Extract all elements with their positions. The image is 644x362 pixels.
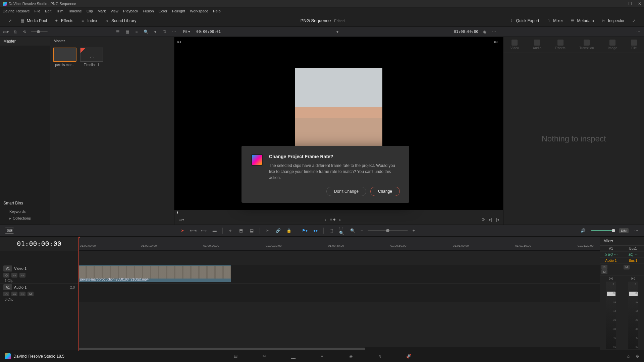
next-page-icon[interactable]: ▸: [339, 218, 341, 222]
goto-last-icon[interactable]: ⏭: [494, 40, 500, 44]
mixer-button[interactable]: ⎍Mixer: [542, 17, 566, 25]
menu-fairlight[interactable]: Fairlight: [172, 9, 185, 13]
mute-button[interactable]: M: [28, 292, 34, 296]
thumbnail-size-slider[interactable]: [31, 31, 48, 32]
marker-icon[interactable]: ●▾: [313, 228, 319, 234]
video-track[interactable]: pexels-mart-production-9558198 (2160p).m…: [78, 265, 600, 284]
loop-icon[interactable]: ⟳: [482, 217, 485, 222]
tab-audio[interactable]: Audio: [533, 40, 541, 50]
expand-right-button[interactable]: ⤢: [628, 17, 640, 25]
options-icon[interactable]: ⋯: [171, 29, 177, 35]
view-list-icon[interactable]: ≡: [133, 29, 140, 35]
menu-file[interactable]: File: [35, 9, 41, 13]
tab-effects[interactable]: Effects: [555, 40, 565, 50]
search-icon[interactable]: 🔍: [143, 29, 149, 35]
eq-bus1[interactable]: EQ ⬿: [622, 252, 644, 257]
source-timecode[interactable]: 00:00:00:01: [196, 29, 221, 34]
mark-in-icon[interactable]: ▭▾: [178, 217, 184, 222]
fader-track[interactable]: 0-5-10-15-20-30-40-50: [628, 282, 638, 349]
fader-a1[interactable]: 0.0 0-5-10-15-20-30-40-50: [600, 276, 622, 351]
insert-icon[interactable]: ⎆: [227, 228, 233, 234]
edit-page-icon[interactable]: ⎯⎯: [289, 353, 298, 360]
zoom-in-icon[interactable]: +: [413, 228, 415, 233]
mixer-solo-a1[interactable]: S: [601, 265, 607, 269]
keywords-bin[interactable]: Keywords: [3, 208, 47, 215]
menu-playback[interactable]: Playback: [123, 9, 138, 13]
zoom-out-icon[interactable]: −: [361, 228, 363, 233]
zoom-slider[interactable]: [368, 230, 408, 231]
expand-button[interactable]: ⤢: [4, 17, 16, 25]
snap-icon[interactable]: ⬚: [328, 228, 334, 234]
trim-tool-icon[interactable]: ⇤⇥: [190, 228, 196, 234]
effects-button[interactable]: ✦Effects: [50, 17, 76, 25]
settings-icon[interactable]: ⚙: [636, 354, 639, 359]
cut-page-icon[interactable]: ✄: [260, 353, 269, 360]
track-lock-icon[interactable]: ▭: [11, 273, 17, 278]
minimize-button[interactable]: —: [618, 1, 622, 6]
timeline-timecode[interactable]: 01:00:00:00: [0, 237, 78, 251]
import-icon[interactable]: ⎘: [12, 29, 18, 35]
record-timecode[interactable]: 01:00:00:00: [454, 29, 478, 34]
timeline-canvas[interactable]: 01:00:00:00 01:00:10:00 01:00:20:00 01:0…: [78, 237, 600, 351]
timeline-options-icon[interactable]: ⋯: [633, 228, 639, 234]
collections-bin[interactable]: Collections: [3, 215, 47, 222]
audio-lock-icon[interactable]: ▭: [11, 292, 17, 296]
view-strip-icon[interactable]: ☰: [115, 29, 121, 35]
menu-mark[interactable]: Mark: [98, 9, 106, 13]
master-bin[interactable]: Master: [0, 37, 50, 46]
fusion-page-icon[interactable]: ✦: [318, 353, 326, 360]
menu-davinci[interactable]: DaVinci Resolve: [3, 9, 30, 13]
menu-trim[interactable]: Trim: [56, 9, 63, 13]
menu-help[interactable]: Help: [213, 9, 221, 13]
viewer-options-icon[interactable]: ⋯: [491, 29, 497, 35]
match-frame-back-icon[interactable]: |◂: [496, 217, 499, 222]
metadata-button[interactable]: ☰Metadata: [567, 17, 597, 25]
menu-view[interactable]: View: [110, 9, 118, 13]
keyboard-icon[interactable]: ⌨: [5, 228, 14, 234]
sound-library-button[interactable]: ♫Sound Library: [101, 17, 140, 25]
media-page-icon[interactable]: ▤: [231, 353, 240, 360]
breadcrumb[interactable]: Master: [50, 37, 174, 45]
blade-tool-icon[interactable]: ▬: [212, 228, 218, 234]
inspector-options-icon[interactable]: ⋯: [635, 29, 641, 35]
change-button[interactable]: Change: [370, 187, 400, 196]
deliver-page-icon[interactable]: 🚀: [404, 353, 413, 360]
eq-a1[interactable]: fx EQ ⬿: [600, 252, 622, 257]
viewer-dropdown-icon[interactable]: ▾: [336, 29, 338, 34]
goto-first-icon[interactable]: ⏮: [177, 40, 184, 44]
bin-dropdown-icon[interactable]: ▭▾: [3, 29, 9, 35]
close-button[interactable]: ✕: [638, 1, 641, 6]
audio-auto-select-icon[interactable]: ◇: [3, 292, 9, 296]
mixer-mute-bus1[interactable]: M: [624, 265, 630, 269]
timeline-item[interactable]: ▭ Timeline 1: [80, 48, 103, 67]
dynamic-trim-icon[interactable]: ⟷: [201, 228, 207, 234]
fader-bus1[interactable]: 0.0 0-5-10-15-20-30-40-50: [622, 276, 644, 351]
volume-icon[interactable]: 🔊: [580, 228, 586, 234]
tab-image[interactable]: Image: [608, 40, 617, 50]
color-page-icon[interactable]: ◉: [346, 353, 355, 360]
view-grid-icon[interactable]: ▦: [124, 29, 130, 35]
menu-fusion[interactable]: Fusion: [143, 9, 154, 13]
solo-button[interactable]: S: [19, 292, 25, 296]
prev-page-icon[interactable]: ◂: [324, 218, 326, 222]
overwrite-icon[interactable]: ⬒: [238, 228, 244, 234]
volume-slider[interactable]: [591, 230, 614, 231]
menu-workspace[interactable]: Workspace: [190, 9, 208, 13]
flag-icon[interactable]: ⚑▾: [302, 228, 308, 234]
mixer-mute-a1[interactable]: M: [601, 269, 607, 274]
home-icon[interactable]: ⌂: [627, 354, 630, 359]
timeline-ruler[interactable]: 01:00:00:00 01:00:10:00 01:00:20:00 01:0…: [78, 237, 600, 251]
video-track-badge[interactable]: V1: [3, 265, 12, 272]
inspector-button[interactable]: ✄Inspector: [597, 17, 628, 25]
match-frame-icon[interactable]: ▸|: [489, 217, 492, 222]
video-track-header[interactable]: V1 Video 1 ◇ ▭ ▭ 1 Clip: [0, 265, 78, 284]
menu-timeline[interactable]: Timeline: [68, 9, 82, 13]
zoom-fit-dropdown[interactable]: Fit ▾: [180, 29, 193, 35]
maximize-button[interactable]: ☐: [628, 1, 632, 6]
media-pool-button[interactable]: ▦Media Pool: [16, 17, 50, 25]
dim-label[interactable]: DIM: [619, 228, 629, 233]
auto-select-icon[interactable]: ◇: [3, 273, 9, 278]
selection-tool-icon[interactable]: ➤: [179, 228, 185, 234]
replace-icon[interactable]: ⬓: [249, 228, 255, 234]
dont-change-button[interactable]: Don't Change: [326, 187, 366, 196]
